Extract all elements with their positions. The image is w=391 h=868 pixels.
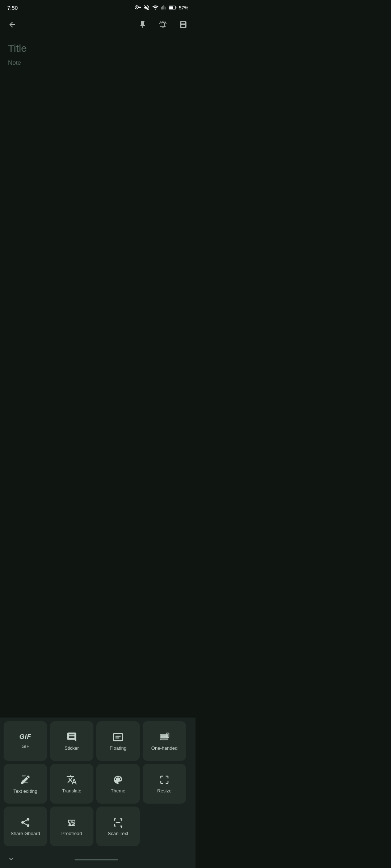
svg-rect-1 bbox=[176, 7, 177, 9]
mute-icon bbox=[143, 4, 150, 11]
battery-icon bbox=[169, 5, 177, 10]
key-icon bbox=[135, 5, 141, 10]
pin-button[interactable] bbox=[137, 19, 148, 30]
save-button[interactable] bbox=[177, 19, 189, 30]
battery-percent: 57% bbox=[179, 5, 188, 10]
status-time: 7:50 bbox=[7, 5, 18, 11]
status-bar: 7:50 57% bbox=[0, 0, 196, 14]
status-icons: 57% bbox=[135, 4, 188, 11]
signal-icon bbox=[161, 5, 167, 10]
back-button[interactable] bbox=[7, 19, 18, 30]
top-toolbar bbox=[0, 14, 196, 35]
note-area: Title Note bbox=[0, 35, 196, 74]
note-body[interactable]: Note bbox=[8, 59, 188, 67]
note-title[interactable]: Title bbox=[8, 43, 188, 54]
svg-rect-2 bbox=[169, 6, 173, 9]
reminder-button[interactable] bbox=[157, 19, 169, 30]
wifi-icon bbox=[152, 4, 159, 11]
